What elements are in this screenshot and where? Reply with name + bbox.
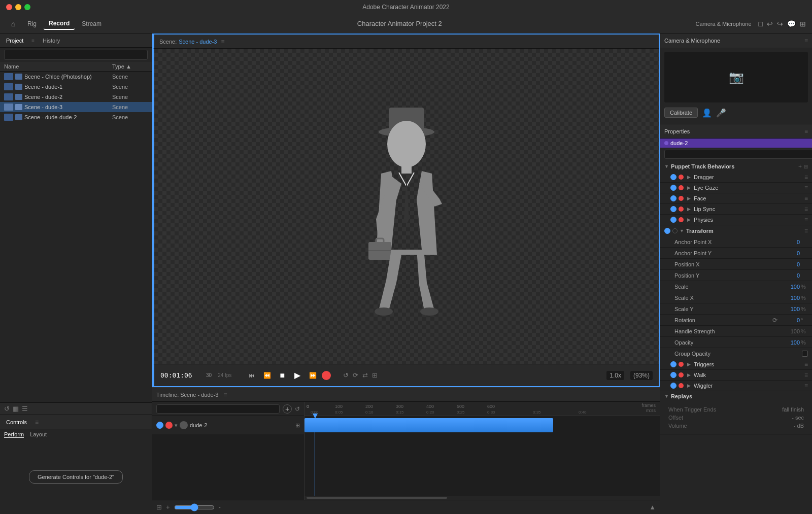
cam-mic-menu-icon[interactable]: ≡ bbox=[804, 37, 808, 44]
nav-icon-window[interactable]: □ bbox=[759, 20, 763, 28]
settings-icon[interactable]: ▲ bbox=[649, 503, 656, 511]
face-rec-button[interactable] bbox=[679, 196, 684, 201]
track-name[interactable]: dude-2 bbox=[190, 422, 293, 428]
transform-header[interactable]: ▼ Transform ≡ bbox=[660, 225, 812, 236]
pbt-add-icon[interactable]: + bbox=[798, 163, 802, 170]
lipsync-rec-button[interactable] bbox=[679, 207, 684, 212]
behavior-face[interactable]: ▶ Face ≡ bbox=[660, 193, 812, 204]
eyegaze-rec-button[interactable] bbox=[679, 185, 684, 190]
group-opacity-checkbox[interactable] bbox=[802, 351, 808, 357]
behavior-dragger[interactable]: ▶ Dragger ≡ bbox=[660, 172, 812, 183]
controls-tab-layout[interactable]: Layout bbox=[30, 431, 47, 438]
timeline-menu-icon[interactable]: ≡ bbox=[224, 391, 227, 398]
to-start-button[interactable]: ⏮ bbox=[246, 369, 258, 382]
stop-button[interactable]: ■ bbox=[276, 369, 288, 382]
walk-vis-button[interactable] bbox=[670, 372, 676, 378]
dragger-expand-icon[interactable]: ▶ bbox=[686, 174, 692, 180]
lipsync-menu-icon[interactable]: ≡ bbox=[804, 205, 808, 213]
volume-value[interactable]: - dB bbox=[794, 423, 804, 429]
position-x-value[interactable]: 0 bbox=[780, 261, 800, 267]
triggers-vis-button[interactable] bbox=[670, 361, 676, 367]
puppet-track-behaviors-header[interactable]: ▼ Puppet Track Behaviors + ⊞ bbox=[660, 161, 812, 172]
project-search-input[interactable] bbox=[4, 50, 148, 60]
sync-icon[interactable]: ⇄ bbox=[362, 371, 368, 379]
eyegaze-expand-icon[interactable]: ▶ bbox=[686, 185, 692, 191]
list-item[interactable]: Scene - dude-3 Scene bbox=[0, 102, 152, 112]
behavior-physics[interactable]: ▶ Physics ≡ bbox=[660, 215, 812, 225]
walk-menu-icon[interactable]: ≡ bbox=[804, 371, 808, 379]
zoom-in-icon[interactable]: + bbox=[166, 503, 170, 511]
list-item[interactable]: Scene - dude-2 Scene bbox=[0, 92, 152, 102]
dragger-vis-button[interactable] bbox=[670, 174, 676, 180]
tab-project[interactable]: Project bbox=[4, 37, 25, 45]
nav-icon-grid[interactable]: ⊞ bbox=[800, 20, 806, 28]
anchor-x-value[interactable]: 0 bbox=[780, 239, 800, 245]
face-menu-icon[interactable]: ≡ bbox=[804, 195, 808, 202]
track-record-button[interactable] bbox=[165, 422, 173, 429]
triggers-menu-icon[interactable]: ≡ bbox=[804, 361, 808, 368]
controls-tab-perform[interactable]: Perform bbox=[4, 431, 24, 438]
nav-tab-rig[interactable]: Rig bbox=[22, 18, 42, 29]
transform-vis-button[interactable] bbox=[664, 228, 670, 234]
properties-search-input[interactable] bbox=[664, 150, 812, 159]
behavior-lipsync[interactable]: ▶ Lip Sync ≡ bbox=[660, 204, 812, 215]
nav-icon-undo[interactable]: ↩ bbox=[767, 20, 773, 28]
walk-expand-icon[interactable]: ▶ bbox=[686, 372, 692, 378]
walk-rec-button[interactable] bbox=[679, 372, 684, 378]
track-visibility-button[interactable] bbox=[156, 422, 163, 429]
col-type-header[interactable]: Type ▲ bbox=[112, 63, 148, 70]
pbt-settings-icon[interactable]: ⊞ bbox=[804, 164, 808, 169]
transform-menu-icon[interactable]: ≡ bbox=[804, 227, 808, 234]
fit-icon[interactable]: ⊞ bbox=[156, 503, 162, 511]
minimize-button[interactable] bbox=[15, 4, 21, 10]
scale-x-value[interactable]: 100 bbox=[780, 295, 800, 301]
dragger-rec-button[interactable] bbox=[679, 175, 684, 180]
wiggler-vis-button[interactable] bbox=[670, 383, 676, 389]
home-icon[interactable]: ⌂ bbox=[6, 17, 20, 31]
grid-icon[interactable]: ▦ bbox=[13, 405, 19, 413]
refresh-timeline-icon[interactable]: ↺ bbox=[295, 405, 300, 413]
behavior-eyegaze[interactable]: ▶ Eye Gaze ≡ bbox=[660, 183, 812, 193]
anchor-y-value[interactable]: 0 bbox=[780, 250, 800, 256]
add-track-button[interactable]: + bbox=[283, 404, 292, 414]
microphone-icon[interactable]: 🎤 bbox=[716, 108, 726, 118]
replays-header[interactable]: ▼ Replays bbox=[660, 391, 812, 401]
lipsync-expand-icon[interactable]: ▶ bbox=[686, 206, 692, 212]
lipsync-vis-button[interactable] bbox=[670, 206, 676, 212]
properties-menu-icon[interactable]: ≡ bbox=[804, 128, 808, 135]
refresh-icon[interactable]: ↺ bbox=[343, 371, 349, 379]
triggers-rec-button[interactable] bbox=[679, 362, 684, 367]
list-item[interactable]: Scene - dude-1 Scene bbox=[0, 82, 152, 92]
speed-display[interactable]: 1.0x bbox=[606, 371, 624, 380]
timeline-scrollbar-thumb[interactable] bbox=[307, 497, 447, 499]
physics-rec-button[interactable] bbox=[679, 217, 684, 222]
calibrate-button[interactable]: Calibrate bbox=[664, 108, 698, 118]
nav-icon-chat[interactable]: 💬 bbox=[787, 20, 796, 28]
generate-controls-button[interactable]: Generate Controls for "dude-2" bbox=[29, 470, 123, 484]
opacity-value[interactable]: 100 bbox=[780, 339, 800, 346]
record-button[interactable] bbox=[322, 371, 331, 380]
behavior-wiggler[interactable]: ▶ Wiggler ≡ bbox=[660, 381, 812, 391]
offset-value[interactable]: - sec bbox=[792, 415, 804, 421]
list-item[interactable]: Scene - Chloe (Photoshop) Scene bbox=[0, 72, 152, 82]
maximize-button[interactable] bbox=[24, 4, 30, 10]
eyegaze-vis-button[interactable] bbox=[670, 185, 676, 191]
physics-menu-icon[interactable]: ≡ bbox=[804, 216, 808, 223]
nav-icon-redo[interactable]: ↪ bbox=[777, 20, 783, 28]
physics-vis-button[interactable] bbox=[670, 217, 676, 223]
zoom-display[interactable]: (93%) bbox=[630, 371, 653, 380]
multi-icon[interactable]: ⊞ bbox=[372, 371, 378, 379]
handle-strength-value[interactable]: 100 bbox=[780, 328, 800, 334]
wiggler-menu-icon[interactable]: ≡ bbox=[804, 382, 808, 389]
zoom-out-icon[interactable]: - bbox=[219, 503, 221, 511]
step-back-button[interactable]: ⏪ bbox=[261, 369, 273, 382]
scale-value[interactable]: 100 bbox=[780, 284, 800, 290]
close-button[interactable] bbox=[6, 4, 12, 10]
behavior-triggers[interactable]: ▶ Triggers ≡ bbox=[660, 359, 812, 370]
behavior-walk[interactable]: ▶ Walk ≡ bbox=[660, 370, 812, 381]
list-item[interactable]: Scene - dude-dude-2 Scene bbox=[0, 112, 152, 122]
face-vis-button[interactable] bbox=[670, 195, 676, 201]
track-expand-arrow[interactable]: ▾ bbox=[175, 422, 178, 429]
eyegaze-menu-icon[interactable]: ≡ bbox=[804, 184, 808, 191]
timeline-clip[interactable] bbox=[304, 418, 553, 432]
